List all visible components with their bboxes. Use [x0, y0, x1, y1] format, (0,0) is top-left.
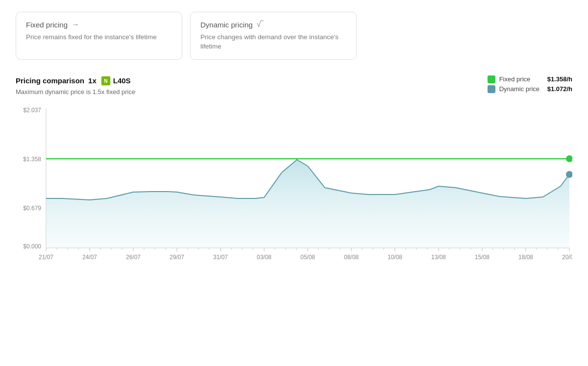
chart-legend: Fixed price $1.358/h Dynamic price $1.07…: [488, 75, 572, 93]
svg-text:03/08: 03/08: [257, 254, 271, 261]
fixed-pricing-description: Price remains fixed for the instance's l…: [26, 33, 172, 42]
svg-text:20/08: 20/08: [562, 254, 572, 261]
svg-text:10/08: 10/08: [388, 254, 402, 261]
svg-text:$0.679: $0.679: [23, 205, 41, 212]
gpu-badge: N L40S: [100, 75, 131, 86]
legend-swatch-dynamic: [488, 85, 495, 93]
fixed-pricing-label: Fixed pricing: [26, 21, 68, 29]
arrow-right-icon: →: [72, 20, 79, 29]
comparison-title-row: Pricing comparison 1x N L40S: [16, 75, 135, 86]
gpu-name-label: L40S: [113, 76, 131, 85]
dynamic-pricing-description: Price changes with demand over the insta…: [200, 33, 346, 51]
svg-text:05/08: 05/08: [300, 254, 315, 261]
x-axis-ticks: [46, 248, 569, 251]
svg-text:N: N: [104, 78, 107, 83]
comparison-subtitle: Maximum dynamic price is 1.5x fixed pric…: [16, 88, 135, 96]
comparison-section: Pricing comparison 1x N L40S Maximum dyn…: [16, 75, 572, 96]
dynamic-price-dot: [566, 171, 572, 178]
svg-text:18/08: 18/08: [518, 254, 533, 261]
fixed-pricing-title: Fixed pricing →: [26, 20, 172, 29]
chart-container: $2.037 $1.358 $0.679 $0.000: [16, 103, 572, 272]
svg-text:$0.000: $0.000: [23, 243, 41, 250]
svg-text:$2.037: $2.037: [23, 107, 41, 114]
legend-item-dynamic: Dynamic price $1.072/h: [488, 85, 572, 93]
svg-text:21/07: 21/07: [39, 254, 53, 261]
comparison-count: 1x: [88, 76, 97, 85]
svg-text:$1.358: $1.358: [23, 156, 41, 163]
svg-text:26/07: 26/07: [126, 254, 141, 261]
svg-text:31/07: 31/07: [213, 254, 228, 261]
legend-swatch-fixed: [488, 75, 495, 83]
legend-label-dynamic: Dynamic price: [499, 85, 543, 93]
comparison-title: Pricing comparison: [16, 76, 84, 85]
wave-icon: √‾: [257, 20, 264, 29]
pricing-options-container: Fixed pricing → Price remains fixed for …: [16, 12, 572, 60]
svg-text:29/07: 29/07: [170, 254, 184, 261]
dynamic-pricing-title: Dynamic pricing √‾: [200, 20, 346, 29]
legend-price-dynamic: $1.072/h: [547, 85, 572, 93]
svg-text:13/08: 13/08: [431, 254, 446, 261]
fixed-price-dot: [566, 155, 572, 162]
legend-item-fixed: Fixed price $1.358/h: [488, 75, 572, 83]
dynamic-pricing-label: Dynamic pricing: [200, 21, 253, 29]
comparison-left: Pricing comparison 1x N L40S Maximum dyn…: [16, 75, 135, 96]
svg-text:15/08: 15/08: [475, 254, 490, 261]
dynamic-price-area: [46, 160, 569, 248]
svg-text:08/08: 08/08: [344, 254, 359, 261]
nvidia-icon: N: [100, 75, 111, 86]
legend-price-fixed: $1.358/h: [547, 75, 572, 83]
fixed-pricing-card[interactable]: Fixed pricing → Price remains fixed for …: [16, 12, 182, 60]
legend-label-fixed: Fixed price: [499, 75, 543, 83]
dynamic-pricing-card[interactable]: Dynamic pricing √‾ Price changes with de…: [190, 12, 357, 60]
svg-text:24/07: 24/07: [82, 254, 97, 261]
pricing-chart: $2.037 $1.358 $0.679 $0.000: [16, 103, 572, 270]
x-axis-labels: 21/07 24/07 26/07 29/07 31/07 03/08 05/0…: [39, 254, 572, 261]
